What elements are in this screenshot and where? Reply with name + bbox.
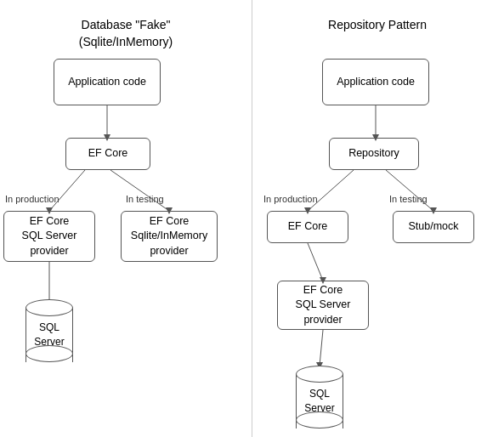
right-diagram: Repository Pattern Application code Repo… xyxy=(252,0,503,437)
right-ef-core-box: EF Core xyxy=(267,211,348,243)
right-sql-provider-box: EF Core SQL Server provider xyxy=(277,281,369,330)
left-sql-provider-box: EF Core SQL Server provider xyxy=(3,211,95,262)
diagram-container: Database "Fake" (Sqlite/InMemory) Applic… xyxy=(0,0,504,437)
left-subtitle-text: (Sqlite/InMemory) xyxy=(79,35,173,48)
left-title: Database "Fake" (Sqlite/InMemory) xyxy=(0,7,252,50)
right-title: Repository Pattern xyxy=(252,7,503,34)
left-app-code-label: Application code xyxy=(68,75,146,90)
svg-line-4 xyxy=(110,170,169,211)
left-diagram: Database "Fake" (Sqlite/InMemory) Applic… xyxy=(0,0,252,437)
left-title-text: Database "Fake" xyxy=(82,18,171,31)
right-app-code-box: Application code xyxy=(322,59,429,105)
right-db-cylinder: SQL Server xyxy=(296,366,343,434)
left-prod-label: In production xyxy=(5,194,59,204)
left-sql-provider-label: EF Core SQL Server provider xyxy=(22,214,77,259)
left-db-cylinder: SQL Server xyxy=(25,299,73,367)
svg-line-10 xyxy=(308,170,354,211)
right-app-code-label: Application code xyxy=(337,75,415,90)
right-repository-label: Repository xyxy=(348,146,399,162)
left-db-label: SQL Server xyxy=(34,321,64,349)
left-test-label: In testing xyxy=(126,194,164,204)
right-title-text: Repository Pattern xyxy=(328,18,427,31)
right-ef-core-label: EF Core xyxy=(288,219,328,235)
svg-line-16 xyxy=(320,330,323,366)
svg-line-12 xyxy=(386,170,433,211)
left-app-code-box: Application code xyxy=(54,59,161,105)
svg-line-2 xyxy=(49,170,85,211)
right-stub-mock-box: Stub/mock xyxy=(393,211,474,243)
right-repository-box: Repository xyxy=(329,138,419,170)
left-sqlite-provider-box: EF Core Sqlite/InMemory provider xyxy=(121,211,218,262)
left-ef-core-label: EF Core xyxy=(88,146,128,162)
left-sqlite-provider-label: EF Core Sqlite/InMemory provider xyxy=(131,214,207,259)
svg-line-14 xyxy=(308,243,323,281)
right-prod-label: In production xyxy=(263,194,318,204)
left-ef-core-box: EF Core xyxy=(65,138,150,170)
right-stub-mock-label: Stub/mock xyxy=(408,219,458,235)
right-sql-provider-label: EF Core SQL Server provider xyxy=(296,283,351,328)
right-db-label: SQL Server xyxy=(304,387,334,416)
right-test-label: In testing xyxy=(389,194,428,204)
